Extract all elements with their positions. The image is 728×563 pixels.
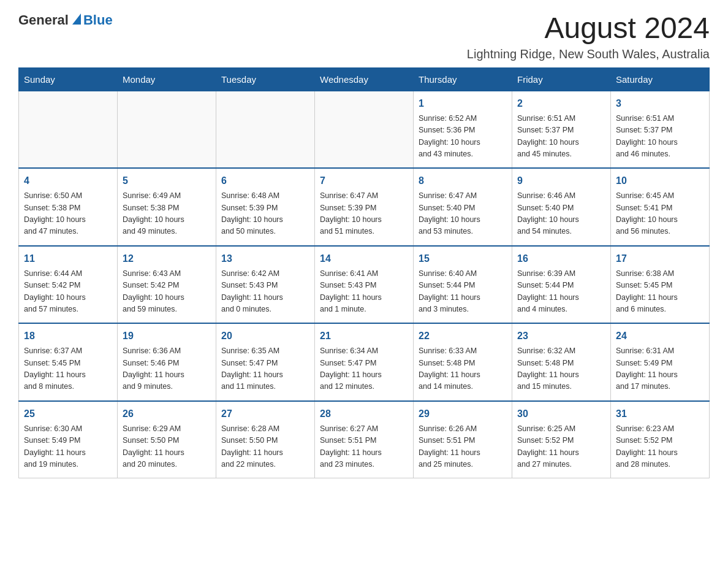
calendar-cell: 25Sunrise: 6:30 AM Sunset: 5:49 PM Dayli… (19, 401, 118, 478)
day-info: Sunrise: 6:30 AM Sunset: 5:49 PM Dayligh… (24, 423, 112, 471)
day-info: Sunrise: 6:46 AM Sunset: 5:40 PM Dayligh… (517, 190, 605, 238)
calendar-cell: 27Sunrise: 6:28 AM Sunset: 5:50 PM Dayli… (216, 401, 315, 478)
calendar-cell: 18Sunrise: 6:37 AM Sunset: 5:45 PM Dayli… (19, 323, 118, 401)
calendar-cell: 7Sunrise: 6:47 AM Sunset: 5:39 PM Daylig… (315, 168, 414, 246)
calendar-cell: 14Sunrise: 6:41 AM Sunset: 5:43 PM Dayli… (315, 246, 414, 324)
day-number: 25 (24, 407, 112, 421)
day-info: Sunrise: 6:26 AM Sunset: 5:51 PM Dayligh… (419, 423, 507, 471)
day-info: Sunrise: 6:25 AM Sunset: 5:52 PM Dayligh… (517, 423, 605, 471)
calendar-cell: 6Sunrise: 6:48 AM Sunset: 5:39 PM Daylig… (216, 168, 315, 246)
day-info: Sunrise: 6:34 AM Sunset: 5:47 PM Dayligh… (320, 345, 408, 393)
day-info: Sunrise: 6:50 AM Sunset: 5:38 PM Dayligh… (24, 190, 112, 238)
calendar-week-row: 1Sunrise: 6:52 AM Sunset: 5:36 PM Daylig… (19, 91, 710, 168)
calendar-table: SundayMondayTuesdayWednesdayThursdayFrid… (18, 67, 710, 479)
day-number: 31 (616, 407, 704, 421)
calendar-cell: 10Sunrise: 6:45 AM Sunset: 5:41 PM Dayli… (611, 168, 710, 246)
calendar-week-row: 11Sunrise: 6:44 AM Sunset: 5:42 PM Dayli… (19, 246, 710, 324)
day-info: Sunrise: 6:51 AM Sunset: 5:37 PM Dayligh… (616, 113, 704, 161)
calendar-cell: 26Sunrise: 6:29 AM Sunset: 5:50 PM Dayli… (118, 401, 216, 478)
calendar-cell: 20Sunrise: 6:35 AM Sunset: 5:47 PM Dayli… (216, 323, 315, 401)
calendar-cell: 9Sunrise: 6:46 AM Sunset: 5:40 PM Daylig… (512, 168, 611, 246)
day-info: Sunrise: 6:47 AM Sunset: 5:39 PM Dayligh… (320, 190, 408, 238)
calendar-week-row: 4Sunrise: 6:50 AM Sunset: 5:38 PM Daylig… (19, 168, 710, 246)
calendar-cell: 30Sunrise: 6:25 AM Sunset: 5:52 PM Dayli… (512, 401, 611, 478)
day-number: 16 (517, 251, 605, 266)
day-info: Sunrise: 6:45 AM Sunset: 5:41 PM Dayligh… (616, 190, 704, 238)
day-number: 7 (320, 174, 408, 188)
calendar-cell: 4Sunrise: 6:50 AM Sunset: 5:38 PM Daylig… (19, 168, 118, 246)
day-number: 14 (320, 251, 408, 266)
day-info: Sunrise: 6:36 AM Sunset: 5:46 PM Dayligh… (123, 345, 211, 393)
day-number: 10 (616, 174, 704, 188)
day-info: Sunrise: 6:43 AM Sunset: 5:42 PM Dayligh… (123, 268, 211, 316)
calendar-cell: 21Sunrise: 6:34 AM Sunset: 5:47 PM Dayli… (315, 323, 414, 401)
day-info: Sunrise: 6:49 AM Sunset: 5:38 PM Dayligh… (123, 190, 211, 238)
day-info: Sunrise: 6:52 AM Sunset: 5:36 PM Dayligh… (419, 113, 507, 161)
day-number: 13 (221, 251, 309, 266)
calendar-week-row: 18Sunrise: 6:37 AM Sunset: 5:45 PM Dayli… (19, 323, 710, 401)
day-number: 26 (123, 407, 211, 421)
weekday-header-saturday: Saturday (611, 67, 710, 91)
day-number: 15 (419, 251, 507, 266)
day-info: Sunrise: 6:48 AM Sunset: 5:39 PM Dayligh… (221, 190, 309, 238)
day-number: 24 (616, 329, 704, 343)
day-info: Sunrise: 6:27 AM Sunset: 5:51 PM Dayligh… (320, 423, 408, 471)
day-number: 2 (517, 96, 605, 111)
day-number: 17 (616, 251, 704, 266)
page-header: General Blue August 2024 Lightning Ridge… (18, 12, 710, 61)
day-info: Sunrise: 6:33 AM Sunset: 5:48 PM Dayligh… (419, 345, 507, 393)
logo: General Blue (18, 12, 113, 28)
month-title: August 2024 (467, 12, 710, 45)
day-number: 23 (517, 329, 605, 343)
day-number: 1 (419, 96, 507, 111)
calendar-cell (216, 91, 315, 168)
day-number: 4 (24, 174, 112, 188)
calendar-cell: 17Sunrise: 6:38 AM Sunset: 5:45 PM Dayli… (611, 246, 710, 324)
calendar-cell: 1Sunrise: 6:52 AM Sunset: 5:36 PM Daylig… (414, 91, 512, 168)
calendar-cell: 29Sunrise: 6:26 AM Sunset: 5:51 PM Dayli… (414, 401, 512, 478)
title-area: August 2024 Lightning Ridge, New South W… (467, 12, 710, 61)
calendar-cell: 12Sunrise: 6:43 AM Sunset: 5:42 PM Dayli… (118, 246, 216, 324)
weekday-header-sunday: Sunday (19, 67, 118, 91)
day-number: 9 (517, 174, 605, 188)
location-subtitle: Lightning Ridge, New South Wales, Austra… (467, 47, 710, 61)
calendar-cell: 13Sunrise: 6:42 AM Sunset: 5:43 PM Dayli… (216, 246, 315, 324)
day-info: Sunrise: 6:47 AM Sunset: 5:40 PM Dayligh… (419, 190, 507, 238)
day-number: 6 (221, 174, 309, 188)
calendar-cell: 28Sunrise: 6:27 AM Sunset: 5:51 PM Dayli… (315, 401, 414, 478)
logo-blue: Blue (83, 12, 113, 28)
calendar-cell: 31Sunrise: 6:23 AM Sunset: 5:52 PM Dayli… (611, 401, 710, 478)
weekday-header-monday: Monday (118, 67, 216, 91)
day-number: 18 (24, 329, 112, 343)
day-info: Sunrise: 6:39 AM Sunset: 5:44 PM Dayligh… (517, 268, 605, 316)
day-info: Sunrise: 6:29 AM Sunset: 5:50 PM Dayligh… (123, 423, 211, 471)
calendar-cell (19, 91, 118, 168)
day-number: 19 (123, 329, 211, 343)
day-number: 29 (419, 407, 507, 421)
calendar-cell: 24Sunrise: 6:31 AM Sunset: 5:49 PM Dayli… (611, 323, 710, 401)
day-info: Sunrise: 6:31 AM Sunset: 5:49 PM Dayligh… (616, 345, 704, 393)
day-number: 30 (517, 407, 605, 421)
day-info: Sunrise: 6:41 AM Sunset: 5:43 PM Dayligh… (320, 268, 408, 316)
logo-triangle-icon (72, 13, 81, 25)
calendar-cell: 16Sunrise: 6:39 AM Sunset: 5:44 PM Dayli… (512, 246, 611, 324)
calendar-cell (315, 91, 414, 168)
day-number: 27 (221, 407, 309, 421)
day-number: 3 (616, 96, 704, 111)
day-info: Sunrise: 6:28 AM Sunset: 5:50 PM Dayligh… (221, 423, 309, 471)
calendar-cell (118, 91, 216, 168)
calendar-cell: 2Sunrise: 6:51 AM Sunset: 5:37 PM Daylig… (512, 91, 611, 168)
day-info: Sunrise: 6:32 AM Sunset: 5:48 PM Dayligh… (517, 345, 605, 393)
day-number: 8 (419, 174, 507, 188)
weekday-header-thursday: Thursday (414, 67, 512, 91)
day-info: Sunrise: 6:38 AM Sunset: 5:45 PM Dayligh… (616, 268, 704, 316)
day-number: 21 (320, 329, 408, 343)
day-info: Sunrise: 6:44 AM Sunset: 5:42 PM Dayligh… (24, 268, 112, 316)
calendar-cell: 15Sunrise: 6:40 AM Sunset: 5:44 PM Dayli… (414, 246, 512, 324)
day-info: Sunrise: 6:40 AM Sunset: 5:44 PM Dayligh… (419, 268, 507, 316)
calendar-cell: 22Sunrise: 6:33 AM Sunset: 5:48 PM Dayli… (414, 323, 512, 401)
calendar-cell: 8Sunrise: 6:47 AM Sunset: 5:40 PM Daylig… (414, 168, 512, 246)
day-info: Sunrise: 6:42 AM Sunset: 5:43 PM Dayligh… (221, 268, 309, 316)
day-number: 20 (221, 329, 309, 343)
day-info: Sunrise: 6:37 AM Sunset: 5:45 PM Dayligh… (24, 345, 112, 393)
